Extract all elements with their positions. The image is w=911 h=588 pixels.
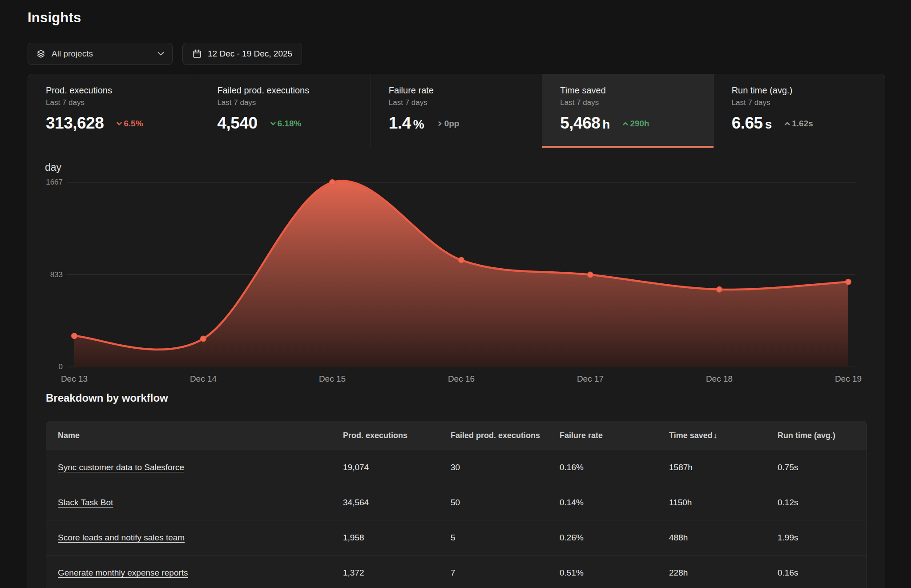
x-tick-label-dec-13: Dec 13 <box>61 374 88 384</box>
metric-card-value: 1.4 <box>389 114 411 133</box>
metric-card-value-row: 5,468 h 290h <box>560 114 713 133</box>
metric-card-unit: % <box>413 117 424 132</box>
metric-card-failed-prod-executions[interactable]: Failed prod. executions Last 7 days 4,54… <box>199 74 371 148</box>
metric-card-value: 6.65 <box>732 114 763 133</box>
metric-card-title: Run time (avg.) <box>732 85 885 96</box>
data-point-dec-18 <box>717 287 722 292</box>
metric-card-value-row: 4,540 6.18% <box>217 114 370 133</box>
workflow-link[interactable]: Slack Task Bot <box>58 498 113 507</box>
metric-card-trend: 0pp <box>436 119 460 129</box>
metric-card-value: 5,468 <box>560 114 600 133</box>
column-header-run-time-avg-[interactable]: Run time (avg.) <box>778 431 867 440</box>
failed-executions-cell: 50 <box>451 498 560 507</box>
chevron-down-icon <box>115 120 123 128</box>
metric-card-value-row: 313,628 6.5% <box>46 114 199 133</box>
column-header-prod-executions[interactable]: Prod. executions <box>343 431 451 440</box>
trend-label: 6.5% <box>124 119 143 129</box>
workflow-name-cell: Slack Task Bot <box>58 498 343 507</box>
metric-card-title: Failure rate <box>389 85 542 96</box>
metric-card-period: Last 7 days <box>46 98 199 107</box>
run-time-cell: 0.16s <box>778 568 867 578</box>
data-point-dec-13 <box>72 333 77 338</box>
workflow-table: NameProd. executionsFailed prod. executi… <box>46 421 867 588</box>
metric-card-period: Last 7 days <box>560 98 713 107</box>
workflow-name-cell: Sync customer data to Salesforce <box>58 463 343 472</box>
chevron-down-icon <box>269 120 277 128</box>
x-axis-labels: Dec 13Dec 14Dec 15Dec 16Dec 17Dec 18Dec … <box>67 374 855 386</box>
metric-card-title: Time saved <box>560 85 713 96</box>
data-point-dec-14 <box>201 336 206 342</box>
y-axis-labels: 08331667 <box>28 179 63 373</box>
column-header-name[interactable]: Name <box>58 431 343 440</box>
column-header-time-saved[interactable]: Time saved↓ <box>669 431 778 440</box>
date-range-picker[interactable]: 12 Dec - 19 Dec, 2025 <box>182 43 302 65</box>
sort-desc-icon: ↓ <box>713 431 718 440</box>
chevron-right-icon <box>436 120 444 128</box>
x-tick-label-dec-16: Dec 16 <box>448 374 475 384</box>
metric-card-failure-rate[interactable]: Failure rate Last 7 days 1.4 % 0pp <box>371 74 542 148</box>
prod-executions-cell: 1,372 <box>343 568 451 578</box>
metric-card-title: Failed prod. executions <box>217 85 370 96</box>
project-selector[interactable]: All projects <box>28 43 173 65</box>
metric-card-trend: 6.18% <box>269 119 302 129</box>
run-time-cell: 0.75s <box>778 463 867 472</box>
run-time-cell: 0.12s <box>778 498 867 507</box>
metric-card-time-saved[interactable]: Time saved Last 7 days 5,468 h 290h <box>542 74 713 148</box>
page-title: Insights <box>28 10 81 26</box>
x-tick-label-dec-18: Dec 18 <box>706 374 733 384</box>
x-tick-label-dec-14: Dec 14 <box>190 374 217 384</box>
data-point-dec-19 <box>846 279 851 285</box>
metric-card-value: 4,540 <box>217 114 257 133</box>
failure-rate-cell: 0.16% <box>560 463 669 472</box>
metric-card-prod-executions[interactable]: Prod. executions Last 7 days 313,628 6.5… <box>28 74 199 148</box>
y-tick-label-833: 833 <box>28 270 63 279</box>
workflow-link[interactable]: Sync customer data to Salesforce <box>58 463 184 472</box>
failure-rate-cell: 0.26% <box>560 533 669 543</box>
chevron-up-icon <box>783 120 791 128</box>
x-tick-label-dec-15: Dec 15 <box>319 374 346 384</box>
column-header-failure-rate[interactable]: Failure rate <box>560 431 669 440</box>
x-tick-label-dec-19: Dec 19 <box>835 374 862 384</box>
trend-label: 1.62s <box>792 119 813 129</box>
failed-executions-cell: 7 <box>451 568 560 578</box>
table-row: Score leads and notify sales team1,95850… <box>46 520 867 555</box>
metric-card-run-time-avg[interactable]: Run time (avg.) Last 7 days 6.65 s 1.62s <box>714 74 885 148</box>
failed-executions-cell: 5 <box>451 533 560 543</box>
metric-card-trend: 290h <box>621 119 649 129</box>
trend-label: 0pp <box>444 119 460 129</box>
y-tick-label-0: 0 <box>28 362 63 371</box>
workflow-link[interactable]: Generate monthly expense reports <box>58 568 188 577</box>
trend-label: 290h <box>630 119 649 129</box>
trend-label: 6.18% <box>278 119 302 129</box>
metric-card-period: Last 7 days <box>732 98 885 107</box>
breakdown-heading: Breakdown by workflow <box>46 392 168 404</box>
workflow-table-body: Sync customer data to Salesforce19,07430… <box>46 450 867 588</box>
project-selector-value: All projects <box>52 49 152 59</box>
table-row: Generate monthly expense reports1,37270.… <box>46 555 867 588</box>
chart-axis-title: day <box>45 161 61 173</box>
failure-rate-cell: 0.14% <box>560 498 669 507</box>
y-tick-label-1667: 1667 <box>28 178 63 187</box>
chevron-down-icon <box>157 52 164 56</box>
run-time-cell: 1.99s <box>778 533 867 543</box>
metric-card-period: Last 7 days <box>389 98 542 107</box>
table-row: Sync customer data to Salesforce19,07430… <box>46 450 867 485</box>
table-row: Slack Task Bot34,564500.14%1150h0.12s <box>46 485 867 520</box>
column-header-failed-prod-executions[interactable]: Failed prod. executions <box>451 431 560 440</box>
metric-card-value-row: 6.65 s 1.62s <box>732 114 885 133</box>
chart-plot-svg <box>67 179 855 373</box>
workflow-link[interactable]: Score leads and notify sales team <box>58 533 185 542</box>
data-point-dec-16 <box>459 258 464 263</box>
time-saved-cell: 1587h <box>669 463 778 472</box>
workflow-table-header: NameProd. executionsFailed prod. executi… <box>46 421 867 450</box>
time-saved-cell: 488h <box>669 533 778 543</box>
time-saved-cell: 228h <box>669 568 778 578</box>
data-point-dec-15 <box>330 180 335 185</box>
time-saved-cell: 1150h <box>669 498 778 507</box>
layers-icon <box>36 49 46 59</box>
failure-rate-cell: 0.51% <box>560 568 669 578</box>
metric-card-trend: 1.62s <box>783 119 813 129</box>
prod-executions-cell: 19,074 <box>343 463 451 472</box>
chevron-up-icon <box>621 120 629 128</box>
metric-card-title: Prod. executions <box>46 85 199 96</box>
